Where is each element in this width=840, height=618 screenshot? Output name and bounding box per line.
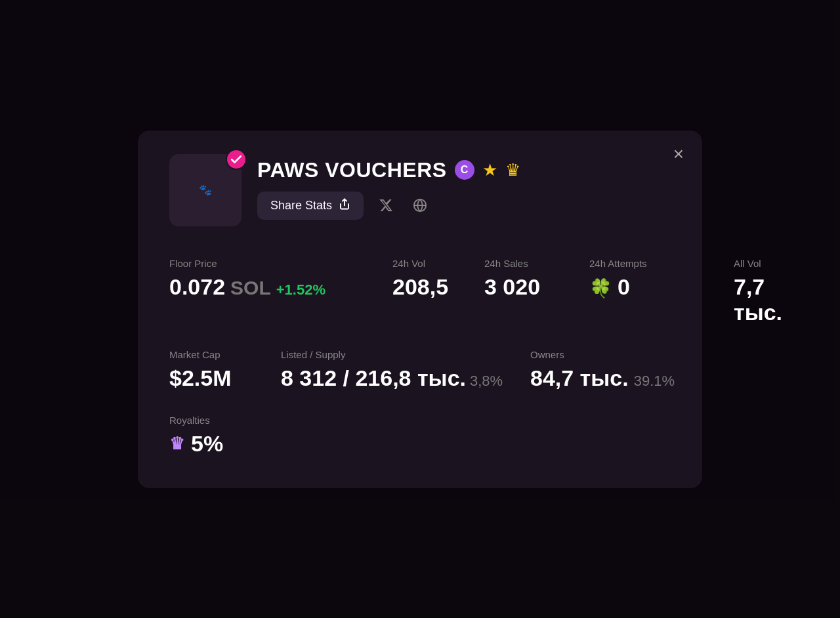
owners-percent: 39.1%: [634, 373, 675, 390]
owners-stat: Owners 84,7 тыс. 39.1%: [530, 349, 701, 391]
floor-price-number: 0.072: [169, 274, 225, 300]
share-arrow-icon: [339, 198, 350, 213]
crown-icon: ♛: [505, 160, 520, 180]
sales24h-stat: 24h Sales 3 020: [484, 258, 589, 325]
royalties-stat: Royalties ♛ 5%: [169, 415, 671, 457]
sales24h-number: 3 020: [484, 274, 540, 300]
listed-value: 8 312 / 216,8 тыс. 3,8%: [281, 365, 530, 391]
stats-row-2: Market Cap $2.5M Listed / Supply 8 312 /…: [169, 349, 671, 391]
listed-label: Listed / Supply: [281, 349, 530, 360]
vol24h-number: 208,5: [392, 274, 448, 300]
sol-label: SOL: [230, 277, 271, 299]
logo-container: 🐾: [169, 154, 242, 226]
floor-price-value: 0.072 SOL +1.52%: [169, 274, 392, 300]
attempts24h-value: 🍀 0: [589, 274, 734, 300]
actions-row: Share Stats: [257, 192, 520, 220]
listed-number: 8 312 / 216,8 тыс.: [281, 365, 466, 391]
allvol-value: 7,7 тыс.: [734, 274, 782, 325]
share-stats-button[interactable]: Share Stats: [257, 192, 364, 220]
royalties-crown-icon: ♛: [169, 434, 184, 454]
sales24h-value: 3 020: [484, 274, 589, 300]
royalties-number: 5%: [191, 431, 223, 457]
attempts24h-stat: 24h Attempts 🍀 0: [589, 258, 734, 325]
allvol-label: All Vol: [734, 258, 782, 269]
share-stats-label: Share Stats: [270, 199, 332, 213]
owners-value: 84,7 тыс. 39.1%: [530, 365, 701, 391]
verified-badge: [226, 149, 247, 170]
attempts24h-number: 0: [618, 274, 630, 300]
royalties-value-row: ♛ 5%: [169, 431, 671, 457]
close-button[interactable]: ×: [673, 145, 684, 163]
floor-price-label: Floor Price: [169, 258, 392, 269]
star-icon: ★: [482, 160, 497, 180]
collection-title: PAWS VOUCHERS: [257, 158, 447, 182]
floor-price-change: +1.52%: [276, 281, 326, 299]
twitter-x-button[interactable]: [374, 194, 398, 217]
sales24h-label: 24h Sales: [484, 258, 589, 269]
collection-stats-card: × 🐾 PAWS VOUCHERS C ★ ♛: [138, 131, 702, 488]
stats-row-3: Royalties ♛ 5%: [169, 415, 671, 457]
title-row: PAWS VOUCHERS C ★ ♛: [257, 158, 520, 182]
floor-price-stat: Floor Price 0.072 SOL +1.52%: [169, 258, 392, 325]
stats-row-1: Floor Price 0.072 SOL +1.52% 24h Vol 208…: [169, 258, 671, 325]
modal-overlay: × 🐾 PAWS VOUCHERS C ★ ♛: [0, 0, 840, 618]
marketcap-value: $2.5M: [169, 365, 281, 391]
header-info: PAWS VOUCHERS C ★ ♛ Share Stats: [257, 154, 520, 220]
marketcap-label: Market Cap: [169, 349, 281, 360]
attempts24h-label: 24h Attempts: [589, 258, 734, 269]
listed-stat: Listed / Supply 8 312 / 216,8 тыс. 3,8%: [281, 349, 530, 391]
marketcap-number: $2.5M: [169, 365, 232, 391]
vol24h-label: 24h Vol: [392, 258, 484, 269]
paw-icon: 🐾: [199, 184, 212, 196]
listed-percent: 3,8%: [470, 373, 503, 390]
marketcap-stat: Market Cap $2.5M: [169, 349, 281, 391]
owners-label: Owners: [530, 349, 701, 360]
owners-number: 84,7 тыс.: [530, 365, 629, 391]
allvol-number: 7,7 тыс.: [734, 274, 782, 325]
clover-icon: 🍀: [589, 278, 612, 299]
vol24h-stat: 24h Vol 208,5: [392, 258, 484, 325]
vol24h-value: 208,5: [392, 274, 484, 300]
c-badge: C: [455, 160, 474, 180]
globe-button[interactable]: [408, 194, 432, 217]
card-header: 🐾 PAWS VOUCHERS C ★ ♛ Share Sta: [169, 154, 671, 226]
royalties-label: Royalties: [169, 415, 671, 426]
allvol-stat: All Vol 7,7 тыс.: [734, 258, 782, 325]
